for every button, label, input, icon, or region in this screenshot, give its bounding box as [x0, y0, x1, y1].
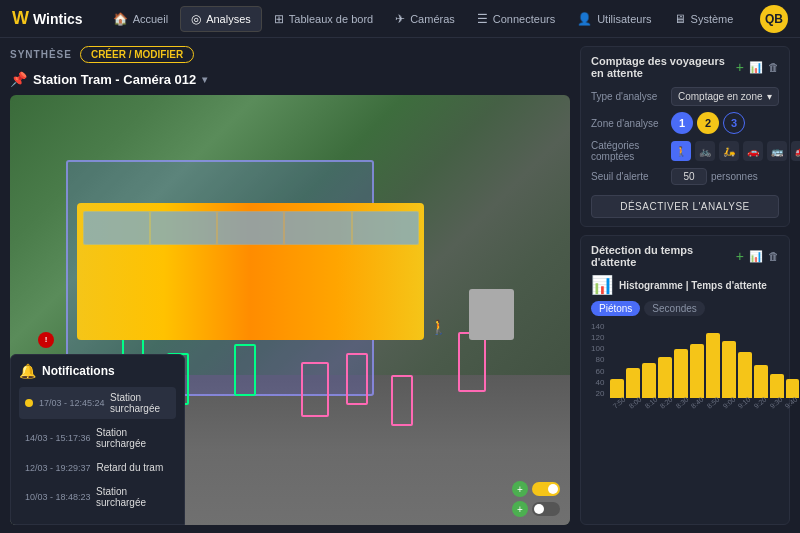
left-panel: SYNTHÈSE CRÉER / MODIFIER 📌 Station Tram… [0, 38, 580, 533]
notification-text-3: Retard du tram [97, 462, 164, 473]
detection-box-4 [301, 362, 329, 418]
cat-truck[interactable]: 🚛 [791, 141, 800, 161]
y-label-40: 40 [591, 378, 604, 387]
cat-car[interactable]: 🚗 [743, 141, 763, 161]
top-navigation: W Wintics 🏠 Accueil ◎ Analyses ⊞ Tableau… [0, 0, 800, 38]
notification-item-4[interactable]: 10/03 - 18:48:23 Station surchargée [19, 481, 176, 513]
histogram-delete-icon[interactable]: 🗑 [768, 250, 779, 262]
zones-add-button[interactable]: + [512, 481, 528, 497]
nav-analyses[interactable]: ◎ Analyses [180, 6, 262, 32]
notification-item-2[interactable]: 14/03 - 15:17:36 Station surchargée [19, 422, 176, 454]
crosswalk-sign: 🚶 [430, 319, 447, 335]
histogram-header: Détection du temps d'attente + 📊 🗑 [591, 244, 779, 268]
categories-row: Catégories comptées 🚶 🚲 🛵 🚗 🚌 🚛 [591, 140, 779, 162]
nav-tableaux-label: Tableaux de bord [289, 13, 373, 25]
stop-sign: ! [38, 332, 54, 348]
notification-text-2: Station surchargée [96, 427, 170, 449]
histogram-tabs: Piétons Secondes [591, 301, 779, 316]
nav-systeme[interactable]: 🖥 Système [664, 7, 744, 31]
bar-2 [642, 363, 656, 398]
nav-accueil-label: Accueil [133, 13, 168, 25]
camera-title-row: 📌 Station Tram - Caméra 012 ▾ [10, 71, 570, 87]
chart-y-axis: 140 120 100 80 60 40 20 [591, 322, 604, 412]
chart-bars-area: 7:508:008:108:208:308:408:509:009:109:20… [610, 322, 800, 412]
cat-bicycle[interactable]: 🚲 [695, 141, 715, 161]
bar-5 [690, 344, 704, 398]
analysis-chart-icon[interactable]: 📊 [749, 61, 763, 74]
masks-toggle-group: + [512, 501, 560, 517]
categories-label: Catégories comptées [591, 140, 671, 162]
notifications-header: 🔔 Notifications [19, 363, 176, 379]
subheader: SYNTHÈSE CRÉER / MODIFIER [10, 46, 570, 63]
type-analyse-row: Type d'analyse Comptage en zone ▾ [591, 87, 779, 106]
tableaux-icon: ⊞ [274, 12, 284, 26]
nav-tableaux[interactable]: ⊞ Tableaux de bord [264, 7, 383, 31]
masks-toggle[interactable] [532, 502, 560, 516]
nav-connecteurs-label: Connecteurs [493, 13, 555, 25]
user-avatar[interactable]: QB [760, 5, 788, 33]
masks-add-button[interactable]: + [512, 501, 528, 517]
notification-time-3: 12/03 - 19:29:37 [25, 463, 91, 473]
type-analyse-select[interactable]: Comptage en zone ▾ [671, 87, 779, 106]
histogram-bar-icon: 📊 [591, 274, 613, 296]
cat-pedestrian[interactable]: 🚶 [671, 141, 691, 161]
type-analyse-label: Type d'analyse [591, 91, 671, 102]
chevron-down-icon[interactable]: ▾ [202, 74, 207, 85]
notification-item-3[interactable]: 12/03 - 19:29:37 Retard du tram [19, 457, 176, 478]
zone-btn-2[interactable]: 2 [697, 112, 719, 134]
car-object [469, 289, 514, 341]
notification-time-1: 17/03 - 12:45:24 [39, 398, 104, 408]
histogram-card-actions: + 📊 🗑 [736, 248, 779, 264]
bar-3 [658, 357, 672, 398]
pin-icon: 📌 [10, 71, 27, 87]
main-content: SYNTHÈSE CRÉER / MODIFIER 📌 Station Tram… [0, 38, 800, 533]
notification-dot-1 [25, 399, 33, 407]
histogram-add-icon[interactable]: + [736, 248, 744, 264]
detection-box-tram [458, 332, 486, 392]
nav-cameras[interactable]: ✈ Caméras [385, 7, 465, 31]
type-analyse-value: Comptage en zone [678, 91, 763, 102]
camera-title-text: Station Tram - Caméra 012 [33, 72, 196, 87]
video-feed: ! 🚶 Zones de stationnement + Masques de … [10, 95, 570, 525]
zone-btn-3[interactable]: 3 [723, 112, 745, 134]
notification-item-1[interactable]: 17/03 - 12:45:24 Station surchargée [19, 387, 176, 419]
bar-7 [722, 341, 736, 398]
nav-cameras-label: Caméras [410, 13, 455, 25]
chart-x-axis: 7:508:008:108:208:308:408:509:009:109:20… [610, 400, 800, 407]
notification-text-4: Station surchargée [96, 486, 170, 508]
logo: W Wintics [12, 8, 83, 29]
nav-connecteurs[interactable]: ☰ Connecteurs [467, 7, 565, 31]
chart-wrapper: 140 120 100 80 60 40 20 7:508:008:108:20… [591, 322, 779, 412]
analysis-card-title: Comptage des voyageurs en attente [591, 55, 736, 79]
synth-label: SYNTHÈSE [10, 49, 72, 60]
analysis-add-icon[interactable]: + [736, 59, 744, 75]
bar-6 [706, 333, 720, 398]
logo-name: Wintics [33, 11, 83, 27]
cat-bus[interactable]: 🚌 [767, 141, 787, 161]
zone-buttons: 1 2 3 [671, 112, 745, 134]
bar-8 [738, 352, 752, 398]
nav-utilisateurs[interactable]: 👤 Utilisateurs [567, 7, 661, 31]
zone-btn-1[interactable]: 1 [671, 112, 693, 134]
deactivate-button[interactable]: DÉSACTIVER L'ANALYSE [591, 195, 779, 218]
y-label-20: 20 [591, 389, 604, 398]
bar-9 [754, 365, 768, 398]
bar-1 [626, 368, 640, 398]
histogram-chart-icon[interactable]: 📊 [749, 250, 763, 263]
threshold-input[interactable] [671, 168, 707, 185]
create-modify-button[interactable]: CRÉER / MODIFIER [80, 46, 194, 63]
zone-analyse-row: Zone d'analyse 1 2 3 [591, 112, 779, 134]
nav-accueil[interactable]: 🏠 Accueil [103, 7, 178, 31]
hist-tab-pietons[interactable]: Piétons [591, 301, 640, 316]
analysis-delete-icon[interactable]: 🗑 [768, 61, 779, 73]
zones-toggle[interactable] [532, 482, 560, 496]
category-icons: 🚶 🚲 🛵 🚗 🚌 🚛 [671, 141, 800, 161]
hist-tab-secondes[interactable]: Secondes [644, 301, 704, 316]
bar-4 [674, 349, 688, 398]
detection-box-5 [346, 353, 368, 405]
nav-systeme-label: Système [691, 13, 734, 25]
notifications-title: Notifications [42, 364, 115, 378]
notification-time-2: 14/03 - 15:17:36 [25, 433, 90, 443]
threshold-label: Seuil d'alerte [591, 171, 671, 182]
cat-motorcycle[interactable]: 🛵 [719, 141, 739, 161]
